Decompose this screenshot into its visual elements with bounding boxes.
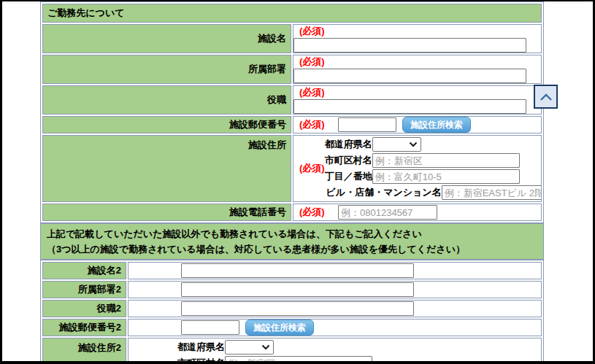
position-label: 役職 bbox=[42, 85, 291, 115]
table-row: ご勤務先について bbox=[42, 4, 542, 23]
address-2-label: 施設住所2 bbox=[42, 338, 126, 364]
department-2-label: 所属部署2 bbox=[42, 281, 126, 298]
table-row: 施設郵便番号2 施設住所検索 bbox=[42, 319, 542, 336]
second-workplace-note: 上記で記載していただいた施設以外でも勤務されている場合は、下記もご記入ください … bbox=[40, 223, 544, 260]
table-row: 施設郵便番号 (必須)施設住所検索 bbox=[42, 116, 542, 133]
note-line-2: （3つ以上の施設で勤務されている場合は、対応している患者様が多い施設を優先してく… bbox=[47, 241, 537, 257]
prefecture-2-label: 都道府県名 bbox=[177, 341, 225, 354]
prefecture-label: 都道府県名 bbox=[325, 138, 372, 151]
building-input[interactable] bbox=[442, 185, 542, 200]
workplace-table-2: 施設名2 所属部署2 役職2 施設郵便番号2 施設住所検索 施設住所2 都道府県… bbox=[40, 260, 544, 364]
city-label: 市町区村名 bbox=[325, 154, 372, 167]
table-row: 役職2 bbox=[42, 300, 542, 317]
position-2-input[interactable] bbox=[181, 301, 414, 316]
table-row: 施設名 (必須) bbox=[42, 24, 542, 53]
street-label: 丁目／番地 bbox=[325, 170, 372, 183]
required-badge: (必須) bbox=[293, 86, 338, 99]
postal-code-2-label: 施設郵便番号2 bbox=[42, 319, 126, 336]
required-badge: (必須) bbox=[293, 118, 338, 131]
street-input[interactable] bbox=[372, 169, 520, 184]
chevron-down-icon bbox=[261, 344, 270, 350]
table-row: 施設名2 bbox=[42, 262, 542, 279]
required-badge: (必須) bbox=[293, 55, 338, 69]
postal-code-label: 施設郵便番号 bbox=[42, 116, 291, 133]
required-badge: (必須) bbox=[293, 162, 325, 175]
section-header: ご勤務先について bbox=[42, 4, 542, 23]
prefecture-select[interactable] bbox=[372, 137, 421, 152]
scroll-to-top-button[interactable] bbox=[534, 85, 558, 109]
city-2-label: 市町区村名 bbox=[177, 357, 225, 364]
position-2-label: 役職2 bbox=[42, 300, 126, 317]
postal-code-2-input[interactable] bbox=[181, 320, 239, 335]
table-row: 施設電話番号 (必須) bbox=[42, 204, 542, 221]
position-input[interactable] bbox=[293, 99, 526, 114]
facility-name-input[interactable] bbox=[293, 38, 526, 53]
department-2-input[interactable] bbox=[181, 282, 414, 297]
address-search-button[interactable]: 施設住所検索 bbox=[402, 117, 471, 133]
chevron-down-icon bbox=[409, 142, 418, 147]
address-label: 施設住所 bbox=[42, 135, 291, 202]
facility-name-2-input[interactable] bbox=[181, 263, 414, 278]
table-row: 所属部署2 bbox=[42, 281, 542, 298]
required-badge: (必須) bbox=[293, 206, 338, 219]
required-badge: (必須) bbox=[293, 25, 338, 38]
address-fields: 都道府県名 市町区村名 丁目／番地 bbox=[325, 136, 542, 201]
phone-label: 施設電話番号 bbox=[42, 204, 291, 221]
note-line-1: 上記で記載していただいた施設以外でも勤務されている場合は、下記もご記入ください bbox=[47, 226, 537, 241]
department-input[interactable] bbox=[293, 69, 526, 83]
prefecture-2-select[interactable] bbox=[225, 340, 274, 355]
building-label: ビル・店舗・マンション名 bbox=[325, 186, 442, 199]
chevron-up-icon bbox=[539, 93, 553, 101]
address-2-fields: 都道府県名 市町区村名 丁目／番地 bbox=[177, 338, 437, 364]
table-row: 役職 (必須) bbox=[42, 85, 542, 115]
workplace-table-1: ご勤務先について 施設名 (必須) 所属部署 (必須) 役職 (必須) 施設郵便… bbox=[40, 1, 544, 223]
department-label: 所属部署 bbox=[42, 55, 291, 84]
city-input[interactable] bbox=[372, 153, 520, 168]
page: { "form": { "required_label": "(必須)", "s… bbox=[0, 0, 595, 364]
phone-input[interactable] bbox=[338, 205, 437, 220]
table-row: 施設住所 (必須) 都道府県名 市町区村名 bbox=[42, 135, 542, 202]
postal-code-input[interactable] bbox=[338, 117, 396, 132]
city-2-input[interactable] bbox=[225, 356, 372, 364]
table-row: 施設住所2 都道府県名 市町区村名 bbox=[42, 338, 542, 364]
workplace-form: ご勤務先について 施設名 (必須) 所属部署 (必須) 役職 (必須) 施設郵便… bbox=[40, 1, 545, 364]
table-row: 所属部署 (必須) bbox=[42, 55, 542, 84]
address-search-2-button[interactable]: 施設住所検索 bbox=[245, 320, 314, 336]
facility-name-2-label: 施設名2 bbox=[42, 262, 126, 279]
facility-name-label: 施設名 bbox=[42, 24, 291, 53]
